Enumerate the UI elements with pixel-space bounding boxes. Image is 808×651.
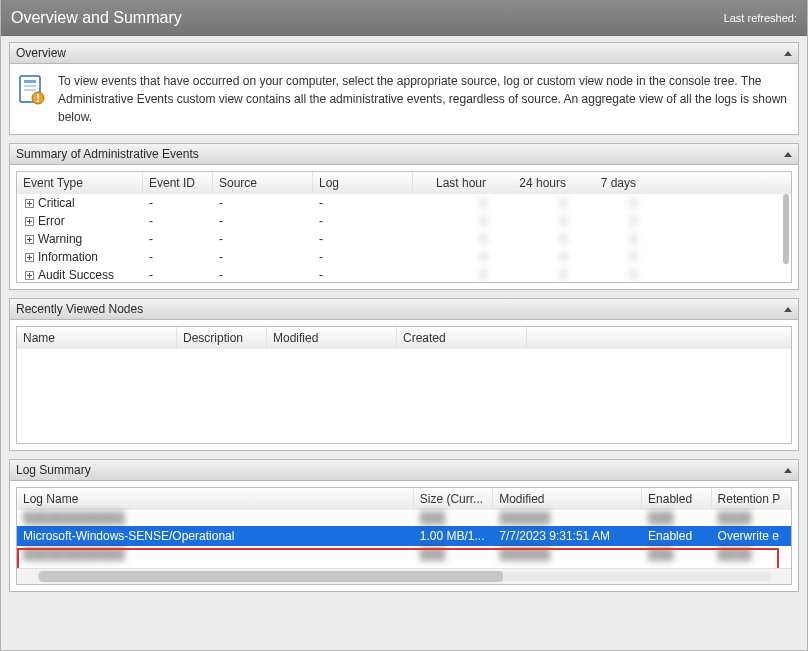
summary-listview[interactable]: Event Type Event ID Source Log Last hour… bbox=[16, 171, 792, 283]
overview-body: To view events that have occurred on you… bbox=[9, 64, 799, 135]
expand-icon[interactable] bbox=[25, 199, 34, 208]
last-refreshed-label: Last refreshed: bbox=[724, 12, 797, 24]
summary-header-label: Summary of Administrative Events bbox=[16, 147, 784, 161]
recent-body: Name Description Modified Created bbox=[9, 320, 799, 451]
svg-rect-3 bbox=[24, 89, 36, 91]
overview-text: To view events that have occurred on you… bbox=[58, 72, 790, 126]
expand-icon[interactable] bbox=[25, 235, 34, 244]
cell-log-name: Microsoft-Windows-SENSE/Operational bbox=[17, 529, 414, 543]
expand-icon[interactable] bbox=[25, 217, 34, 226]
scrollbar-thumb[interactable] bbox=[39, 571, 503, 582]
table-row[interactable]: Information---000 bbox=[17, 248, 791, 266]
chevron-up-icon bbox=[784, 152, 792, 157]
event-viewer-icon bbox=[18, 74, 46, 106]
overview-header-label: Overview bbox=[16, 46, 784, 60]
col-log-name[interactable]: Log Name bbox=[17, 488, 414, 510]
recent-listview[interactable]: Name Description Modified Created bbox=[16, 326, 792, 444]
svg-rect-5 bbox=[37, 94, 39, 99]
col-modified[interactable]: Modified bbox=[493, 488, 642, 510]
expand-icon[interactable] bbox=[25, 253, 34, 262]
col-event-id[interactable]: Event ID bbox=[143, 172, 213, 194]
col-last-hour[interactable]: Last hour bbox=[413, 172, 493, 194]
col-modified[interactable]: Modified bbox=[267, 327, 397, 349]
summary-section: Summary of Administrative Events Event T… bbox=[9, 143, 799, 290]
overview-section: Overview To view events that have occ bbox=[9, 42, 799, 135]
table-row[interactable]: Critical---000 bbox=[17, 194, 791, 212]
svg-rect-2 bbox=[24, 85, 36, 87]
col-created[interactable]: Created bbox=[397, 327, 527, 349]
event-type-label: Information bbox=[38, 250, 98, 264]
recent-header-label: Recently Viewed Nodes bbox=[16, 302, 784, 316]
col-7-days[interactable]: 7 days bbox=[573, 172, 643, 194]
log-summary-rows: ████████████████████████████ Microsoft-W… bbox=[17, 510, 791, 562]
content-area: Overview To view events that have occ bbox=[1, 36, 807, 650]
summary-body: Event Type Event ID Source Log Last hour… bbox=[9, 165, 799, 290]
event-type-label: Audit Success bbox=[38, 268, 114, 282]
summary-columns[interactable]: Event Type Event ID Source Log Last hour… bbox=[17, 172, 791, 194]
col-enabled[interactable]: Enabled bbox=[642, 488, 712, 510]
chevron-up-icon bbox=[784, 307, 792, 312]
cell-size: 1.00 MB/1... bbox=[414, 529, 493, 543]
table-row[interactable]: ████████████████████████████ bbox=[17, 510, 791, 526]
log-summary-header-label: Log Summary bbox=[16, 463, 784, 477]
expand-icon[interactable] bbox=[25, 271, 34, 280]
summary-rows: Critical---000Error---000Warning---000In… bbox=[17, 194, 791, 283]
chevron-up-icon bbox=[784, 51, 792, 56]
log-summary-header[interactable]: Log Summary bbox=[9, 459, 799, 481]
log-summary-columns[interactable]: Log Name Size (Curr... Modified Enabled … bbox=[17, 488, 791, 510]
event-type-label: Error bbox=[38, 214, 65, 228]
table-row[interactable]: Error---000 bbox=[17, 212, 791, 230]
recent-columns[interactable]: Name Description Modified Created bbox=[17, 327, 791, 349]
summary-header[interactable]: Summary of Administrative Events bbox=[9, 143, 799, 165]
scrollbar-thumb[interactable] bbox=[783, 194, 789, 264]
table-row[interactable]: Warning---000 bbox=[17, 230, 791, 248]
chevron-up-icon bbox=[784, 468, 792, 473]
table-row[interactable]: Audit Success---000 bbox=[17, 266, 791, 283]
col-log[interactable]: Log bbox=[313, 172, 413, 194]
col-retention[interactable]: Retention P bbox=[712, 488, 791, 510]
title-bar: Overview and Summary Last refreshed: bbox=[1, 0, 807, 36]
col-source[interactable]: Source bbox=[213, 172, 313, 194]
cell-enabled: Enabled bbox=[642, 529, 712, 543]
log-summary-section: Log Summary Log Name Size (Curr... Modif… bbox=[9, 459, 799, 592]
event-type-label: Critical bbox=[38, 196, 75, 210]
recent-header[interactable]: Recently Viewed Nodes bbox=[9, 298, 799, 320]
svg-rect-1 bbox=[24, 80, 36, 83]
table-row[interactable]: ████████████████████████████ bbox=[17, 546, 791, 562]
table-row-selected[interactable]: Microsoft-Windows-SENSE/Operational 1.00… bbox=[17, 526, 791, 546]
horizontal-scrollbar[interactable] bbox=[17, 568, 791, 584]
cell-retention: Overwrite e bbox=[712, 529, 791, 543]
overview-header[interactable]: Overview bbox=[9, 42, 799, 64]
col-event-type[interactable]: Event Type bbox=[17, 172, 143, 194]
col-24-hours[interactable]: 24 hours bbox=[493, 172, 573, 194]
col-name[interactable]: Name bbox=[17, 327, 177, 349]
cell-modified: 7/7/2023 9:31:51 AM bbox=[493, 529, 642, 543]
page-title: Overview and Summary bbox=[11, 9, 182, 27]
col-size[interactable]: Size (Curr... bbox=[414, 488, 493, 510]
log-summary-body: Log Name Size (Curr... Modified Enabled … bbox=[9, 481, 799, 592]
event-type-label: Warning bbox=[38, 232, 82, 246]
svg-rect-6 bbox=[37, 100, 39, 102]
log-summary-listview[interactable]: Log Name Size (Curr... Modified Enabled … bbox=[16, 487, 792, 585]
col-description[interactable]: Description bbox=[177, 327, 267, 349]
recent-section: Recently Viewed Nodes Name Description M… bbox=[9, 298, 799, 451]
